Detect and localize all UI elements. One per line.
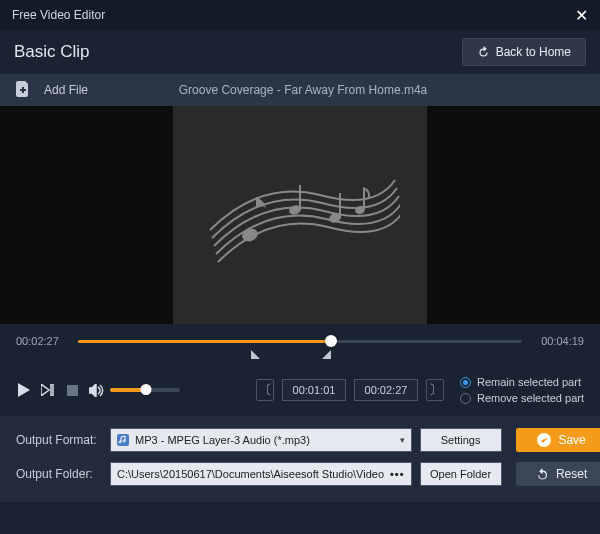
preview-area: [0, 106, 600, 324]
remove-label: Remove selected part: [477, 392, 584, 404]
add-file-label[interactable]: Add File: [44, 83, 88, 97]
time-total: 00:04:19: [532, 335, 584, 347]
remove-selected-radio[interactable]: Remove selected part: [460, 392, 584, 404]
album-art: [173, 106, 427, 324]
timeline: 00:02:27 00:04:19: [0, 324, 600, 368]
save-label: Save: [558, 433, 585, 447]
svg-rect-7: [67, 385, 78, 396]
in-time-field[interactable]: 00:01:01: [282, 379, 346, 401]
music-notes-icon: [200, 140, 400, 290]
clip-markers: [78, 350, 522, 364]
titlebar: Free Video Editor ✕: [0, 0, 600, 30]
svg-rect-2: [299, 185, 301, 210]
radio-icon: [460, 393, 471, 404]
step-button[interactable]: [40, 382, 56, 398]
radio-icon: [460, 377, 471, 388]
filebar: Add File Groove Coverage - Far Away From…: [0, 74, 600, 106]
header: Basic Clip Back to Home: [0, 30, 600, 74]
output-folder-field[interactable]: C:\Users\20150617\Documents\Aiseesoft St…: [110, 462, 412, 486]
check-icon: [537, 433, 551, 447]
back-to-home-button[interactable]: Back to Home: [462, 38, 586, 66]
reset-label: Reset: [556, 467, 587, 481]
save-button[interactable]: Save: [516, 428, 600, 452]
settings-button[interactable]: Settings: [420, 428, 502, 452]
remain-selected-radio[interactable]: Remain selected part: [460, 376, 584, 388]
stop-button[interactable]: [64, 382, 80, 398]
out-time-field[interactable]: 00:02:27: [354, 379, 418, 401]
audio-format-icon: [117, 434, 129, 446]
output-format-select[interactable]: MP3 - MPEG Layer-3 Audio (*.mp3) ▾: [110, 428, 412, 452]
output-format-label: Output Format:: [16, 433, 102, 447]
seek-track[interactable]: [78, 334, 522, 348]
svg-rect-6: [363, 188, 365, 210]
output-folder-label: Output Folder:: [16, 467, 102, 481]
add-file-icon[interactable]: [16, 81, 30, 100]
back-arrow-icon: [477, 46, 490, 59]
reset-button[interactable]: Reset: [516, 462, 600, 486]
set-in-point-button[interactable]: 〔: [256, 379, 274, 401]
app-title: Free Video Editor: [12, 8, 105, 22]
page-title: Basic Clip: [14, 42, 90, 62]
volume-slider[interactable]: [110, 388, 180, 392]
play-button[interactable]: [16, 382, 32, 398]
volume-icon[interactable]: [88, 382, 104, 398]
folder-value: C:\Users\20150617\Documents\Aiseesoft St…: [117, 468, 384, 480]
chevron-down-icon: ▾: [400, 435, 405, 445]
clip-end-marker[interactable]: [322, 350, 331, 359]
remain-label: Remain selected part: [477, 376, 581, 388]
close-icon[interactable]: ✕: [575, 6, 588, 25]
playback-controls: 〔 00:01:01 00:02:27 〕 Remain selected pa…: [0, 368, 600, 416]
svg-rect-4: [339, 193, 341, 218]
clip-start-marker[interactable]: [251, 350, 260, 359]
set-out-point-button[interactable]: 〕: [426, 379, 444, 401]
reset-icon: [536, 468, 549, 481]
back-button-label: Back to Home: [496, 45, 571, 59]
open-folder-button[interactable]: Open Folder: [420, 462, 502, 486]
time-current: 00:02:27: [16, 335, 68, 347]
format-value: MP3 - MPEG Layer-3 Audio (*.mp3): [135, 434, 310, 446]
output-panel: Output Format: MP3 - MPEG Layer-3 Audio …: [0, 416, 600, 502]
current-filename: Groove Coverage - Far Away From Home.m4a: [102, 83, 584, 97]
browse-button[interactable]: •••: [390, 468, 405, 480]
